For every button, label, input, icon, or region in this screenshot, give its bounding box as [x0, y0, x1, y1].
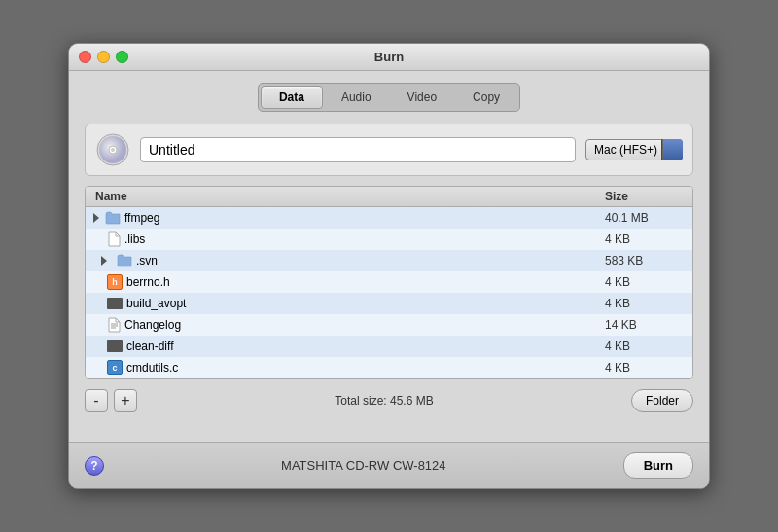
disc-name-input[interactable] — [140, 137, 576, 162]
file-name: .svn — [136, 254, 158, 267]
table-row[interactable]: clean-diff 4 KB — [86, 336, 692, 357]
disc-area: Mac (HFS+) ISO 9660 UDF — [85, 124, 693, 176]
total-size-label: Total size: 45.6 MB — [143, 394, 625, 408]
tab-audio[interactable]: Audio — [324, 86, 389, 109]
table-row[interactable]: Changelog 14 KB — [86, 314, 692, 336]
help-button[interactable]: ? — [85, 456, 104, 476]
maximize-button[interactable] — [116, 51, 128, 63]
file-name-cell: .svn — [86, 254, 595, 267]
file-size-cell: 4 KB — [595, 297, 692, 310]
window-title: Burn — [374, 50, 404, 64]
file-size-cell: 4 KB — [595, 275, 692, 289]
burn-button[interactable]: Burn — [623, 452, 693, 479]
file-name-cell: build_avopt — [86, 297, 595, 310]
folder-icon — [105, 211, 121, 225]
status-bar: ? MATSHITA CD-RW CW-8124 Burn — [69, 442, 709, 488]
h-file-icon: h — [107, 274, 123, 290]
file-size-cell: 4 KB — [595, 361, 692, 374]
exec-icon — [107, 340, 123, 352]
minimize-button[interactable] — [97, 51, 110, 63]
table-row[interactable]: build_avopt 4 KB — [86, 293, 692, 314]
file-size-cell: 14 KB — [595, 318, 692, 332]
arrow-down-icon — [668, 151, 676, 155]
file-name-cell: c cmdutils.c — [86, 360, 595, 375]
file-size-cell: 4 KB — [595, 339, 692, 353]
file-list-body[interactable]: ffmpeg 40.1 MB .libs 4 KB — [86, 207, 692, 378]
close-button[interactable] — [79, 51, 91, 63]
format-select-arrow — [661, 139, 683, 160]
file-icon — [107, 231, 121, 247]
exec-icon — [107, 298, 123, 309]
table-row[interactable]: ffmpeg 40.1 MB — [86, 207, 692, 229]
file-name-cell: h berrno.h — [86, 274, 595, 290]
file-name-cell: .libs — [86, 231, 595, 247]
add-button[interactable]: + — [114, 389, 137, 412]
bottom-bar: - + Total size: 45.6 MB Folder — [85, 389, 693, 412]
file-list-header: Name Size — [86, 187, 692, 207]
table-row[interactable]: c cmdutils.c 4 KB — [86, 357, 692, 378]
file-size-cell: 40.1 MB — [595, 211, 692, 225]
file-name-cell: ffmpeg — [86, 211, 595, 225]
table-row[interactable]: .libs 4 KB — [86, 229, 692, 250]
file-list-container: Name Size ffmpeg 40.1 MB — [85, 186, 693, 379]
drive-name-label: MATSHITA CD-RW CW-8124 — [104, 458, 623, 473]
folder-icon — [117, 254, 132, 267]
expand-triangle-icon[interactable] — [101, 256, 107, 266]
table-row[interactable]: .svn 583 KB — [86, 250, 692, 271]
disc-icon — [95, 132, 130, 167]
file-name: berrno.h — [126, 275, 170, 289]
file-name: Changelog — [124, 318, 181, 332]
file-name: ffmpeg — [124, 211, 159, 225]
table-row[interactable]: h berrno.h 4 KB — [86, 271, 692, 293]
main-window: Burn Data Audio Video Copy — [68, 43, 710, 489]
arrow-up-icon — [668, 146, 676, 150]
file-name: clean-diff — [126, 339, 173, 353]
file-name: build_avopt — [126, 297, 186, 310]
titlebar: Burn — [69, 44, 709, 71]
expand-triangle-icon[interactable] — [93, 213, 99, 223]
file-size-cell: 583 KB — [595, 254, 692, 267]
file-name-cell: clean-diff — [86, 339, 595, 353]
folder-button[interactable]: Folder — [631, 389, 693, 412]
text-file-icon — [107, 317, 121, 333]
tab-bar: Data Audio Video Copy — [85, 83, 693, 112]
column-header-size: Size — [595, 190, 692, 203]
svg-point-3 — [111, 148, 115, 152]
tab-data[interactable]: Data — [261, 86, 323, 109]
tab-copy[interactable]: Copy — [455, 86, 517, 109]
format-select-wrapper: Mac (HFS+) ISO 9660 UDF — [585, 139, 683, 160]
file-name: .libs — [124, 232, 145, 246]
c-file-icon: c — [107, 360, 123, 375]
column-header-name: Name — [86, 190, 595, 203]
remove-button[interactable]: - — [85, 389, 108, 412]
file-name: cmdutils.c — [126, 361, 178, 374]
tab-container: Data Audio Video Copy — [258, 83, 520, 112]
tab-video[interactable]: Video — [390, 86, 454, 109]
file-name-cell: Changelog — [86, 317, 595, 333]
content-area: Data Audio Video Copy — [69, 71, 709, 442]
file-size-cell: 4 KB — [595, 232, 692, 246]
window-controls — [79, 51, 128, 63]
